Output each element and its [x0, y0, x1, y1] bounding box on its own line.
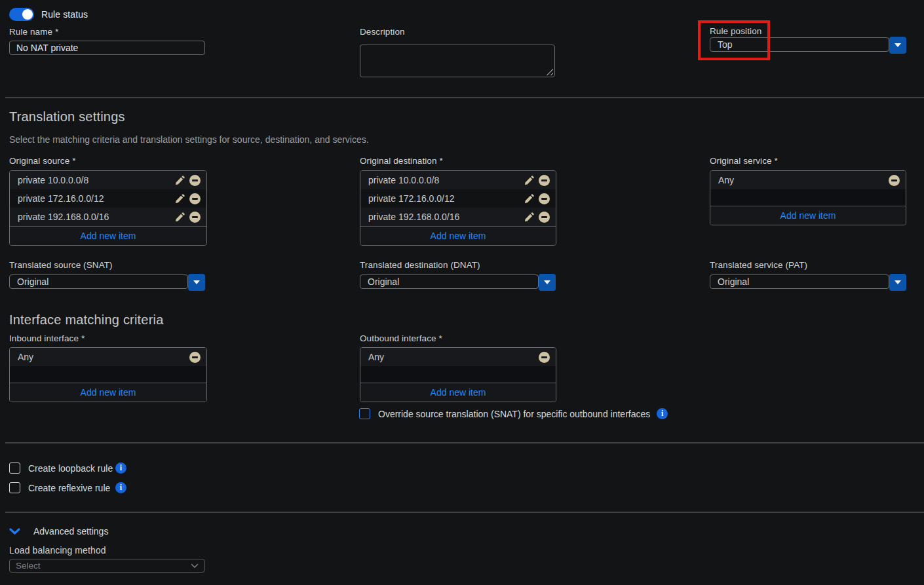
info-icon[interactable]: i [115, 462, 126, 474]
info-icon[interactable]: i [115, 482, 126, 493]
chevron-down-icon [193, 280, 200, 284]
edit-icon[interactable] [174, 193, 185, 204]
original-source-listbox: private 10.0.0.0/8 private 172.16.0.0/12… [9, 170, 207, 246]
translated-source-label: Translated source (SNAT) [9, 260, 113, 270]
rule-position-label: Rule position [710, 26, 761, 36]
create-loopback-label: Create loopback rule [28, 463, 115, 474]
list-item-label: private 172.16.0.0/12 [18, 193, 174, 204]
edit-icon[interactable] [524, 193, 535, 204]
translation-settings-subtitle: Select the matching criteria and transla… [9, 134, 369, 145]
description-field-wrap [360, 45, 555, 77]
inbound-interface-label: Inbound interface * [9, 333, 85, 343]
info-icon[interactable]: i [657, 408, 668, 419]
list-item: private 10.0.0.0/8 [360, 171, 556, 189]
list-item: Any [710, 171, 906, 189]
description-textarea[interactable] [360, 45, 555, 77]
remove-icon[interactable] [889, 175, 900, 186]
list-item: Any [10, 348, 206, 366]
chevron-down-icon [895, 43, 901, 47]
add-new-item-button[interactable]: Add new item [10, 383, 206, 402]
translated-service-dropdown[interactable]: Original [710, 274, 906, 290]
translated-source-dropdown[interactable]: Original [9, 274, 205, 290]
inbound-interface-listbox: Any Add new item [9, 347, 207, 402]
translated-destination-dropdown[interactable]: Original [360, 274, 556, 290]
rule-position-dropdown[interactable]: Top [710, 37, 906, 52]
rule-name-label: Rule name * [9, 27, 58, 37]
translated-destination-dropdown-button[interactable] [539, 274, 556, 291]
remove-icon[interactable] [539, 212, 550, 223]
chevron-down-icon [9, 528, 20, 535]
edit-icon[interactable] [174, 175, 185, 186]
remove-icon[interactable] [189, 175, 201, 186]
override-snat-checkbox[interactable] [359, 408, 370, 419]
interface-matching-title: Interface matching criteria [9, 312, 164, 328]
divider [5, 512, 924, 513]
rule-name-input[interactable] [9, 41, 205, 55]
create-reflexive-label: Create reflexive rule [28, 483, 115, 493]
remove-icon[interactable] [539, 193, 550, 204]
original-destination-label: Original destination * [360, 156, 443, 166]
remove-icon[interactable] [189, 212, 201, 223]
translated-service-label: Translated service (PAT) [710, 260, 807, 270]
translation-settings-title: Translation settings [9, 109, 125, 124]
original-source-label: Original source * [9, 156, 76, 166]
chevron-down-icon [895, 280, 901, 284]
add-new-item-button[interactable]: Add new item [360, 383, 556, 402]
rule-position-dropdown-button[interactable] [889, 37, 906, 54]
chevron-down-icon [544, 280, 550, 284]
create-loopback-row: Create loopback rule i [9, 462, 126, 474]
load-balancing-select[interactable]: Select [9, 559, 205, 573]
divider [5, 442, 924, 443]
list-item-label: private 10.0.0.0/8 [18, 175, 174, 185]
create-reflexive-row: Create reflexive rule i [9, 482, 126, 493]
list-item-label: Any [368, 352, 539, 362]
create-loopback-checkbox[interactable] [9, 462, 20, 474]
list-item: private 172.16.0.0/12 [360, 189, 556, 208]
list-item-label: private 10.0.0.0/8 [368, 175, 524, 185]
rule-status-row: Rule status [9, 8, 88, 21]
override-snat-label: Override source translation (SNAT) for s… [378, 409, 650, 419]
add-new-item-button[interactable]: Add new item [710, 206, 906, 225]
remove-icon[interactable] [539, 175, 550, 186]
original-service-listbox: Any Add new item [710, 170, 906, 225]
remove-icon[interactable] [189, 352, 201, 363]
add-new-item-button[interactable]: Add new item [10, 226, 206, 245]
list-item-label: private 172.16.0.0/12 [368, 193, 524, 204]
translated-source-value[interactable]: Original [9, 274, 188, 289]
remove-icon[interactable] [539, 352, 550, 363]
edit-icon[interactable] [174, 212, 185, 223]
list-item: Any [360, 348, 556, 366]
list-item-label: Any [718, 175, 889, 185]
list-item-label: private 192.168.0.0/16 [18, 212, 174, 222]
description-label: Description [360, 27, 405, 37]
chevron-down-icon [191, 563, 199, 569]
listbox-empty-area [360, 366, 556, 383]
translated-destination-value[interactable]: Original [360, 274, 539, 289]
translated-service-dropdown-button[interactable] [889, 274, 906, 291]
advanced-settings-label: Advanced settings [33, 526, 108, 537]
list-item: private 172.16.0.0/12 [10, 189, 206, 208]
toggle-knob-icon [22, 9, 33, 20]
translated-service-value[interactable]: Original [710, 274, 889, 289]
translated-destination-label: Translated destination (DNAT) [360, 260, 480, 270]
load-balancing-label: Load balancing method [9, 545, 106, 556]
original-destination-listbox: private 10.0.0.0/8 private 172.16.0.0/12… [360, 170, 556, 246]
list-item-label: private 192.168.0.0/16 [368, 212, 524, 222]
divider [5, 97, 924, 98]
create-reflexive-checkbox[interactable] [9, 482, 20, 493]
override-snat-row: Override source translation (SNAT) for s… [359, 408, 668, 419]
rule-status-label: Rule status [41, 9, 88, 20]
remove-icon[interactable] [189, 193, 201, 204]
list-item-label: Any [18, 352, 189, 362]
load-balancing-placeholder: Select [16, 561, 191, 571]
translated-source-dropdown-button[interactable] [188, 274, 205, 291]
add-new-item-button[interactable]: Add new item [360, 226, 556, 245]
list-item: private 192.168.0.0/16 [10, 208, 206, 226]
rule-position-value[interactable]: Top [710, 37, 889, 52]
original-service-label: Original service * [710, 156, 778, 166]
edit-icon[interactable] [524, 212, 535, 223]
advanced-settings-toggle[interactable]: Advanced settings [9, 526, 108, 537]
edit-icon[interactable] [524, 175, 535, 186]
list-item: private 10.0.0.0/8 [10, 171, 206, 189]
rule-status-toggle[interactable] [9, 8, 34, 21]
